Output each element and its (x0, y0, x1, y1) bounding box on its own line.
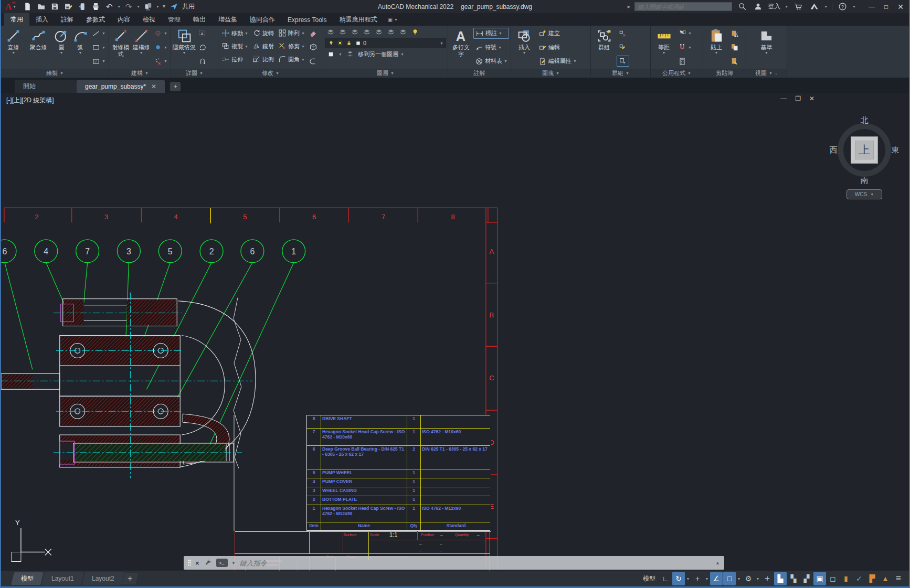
tab-featured-apps[interactable]: 精選應用程式 (333, 13, 383, 26)
crosshair-icon[interactable]: + (761, 572, 774, 585)
line-button[interactable]: 直線▼ (3, 27, 25, 68)
tab-output[interactable]: 輸出 (187, 13, 212, 26)
autoscale-icon[interactable]: ▚ (787, 572, 800, 585)
graphics-performance-icon[interactable]: ▮ (840, 572, 852, 585)
layer-on-off-icon[interactable] (409, 27, 421, 37)
tab-manage[interactable]: 管理 (162, 13, 187, 26)
edit-attributes-button[interactable]: 編輯屬性▼ (537, 56, 578, 67)
chevron-down-icon[interactable]: ▼ (685, 572, 691, 585)
tab-annotate[interactable]: 註解 (55, 13, 80, 26)
group-button[interactable]: 群組 (592, 27, 616, 68)
circle-button[interactable]: 圓▼ (52, 27, 70, 68)
ungroup-button[interactable] (617, 28, 629, 39)
mtext-button[interactable]: 多行文字 (450, 27, 472, 68)
layer-tool-icon[interactable] (349, 27, 361, 37)
redo-chevron-icon[interactable]: ▼ (136, 5, 140, 8)
help-chevron-icon[interactable]: ▼ (852, 5, 856, 8)
annotation-visibility-icon[interactable]: ▙ (774, 572, 787, 585)
panel-utilities-footer[interactable]: 公用程式▼ (651, 69, 703, 78)
tab-view[interactable]: 檢視 (136, 13, 162, 26)
new-drawing-tab-button[interactable]: + (170, 82, 181, 91)
tab-home[interactable]: 常用 (4, 13, 29, 26)
point-button[interactable]: ▼ (152, 56, 169, 67)
model-paper-toggle[interactable]: 模型 (640, 574, 659, 583)
cut-button[interactable] (729, 28, 740, 39)
polyline-button[interactable]: 聚合線 (26, 27, 51, 68)
block-create-button[interactable]: 建立 (537, 28, 578, 39)
explode-button[interactable] (308, 42, 319, 53)
group-selection-toggle[interactable] (617, 56, 629, 67)
command-input[interactable] (240, 559, 712, 567)
panel-view-footer[interactable]: 視圖▼⌄ (746, 69, 787, 78)
ray-mode-button[interactable]: 射線模式 (111, 27, 131, 68)
array-button[interactable]: 陣列▼ (277, 28, 306, 39)
move-to-layer-label[interactable]: 移到另一個圖層 (358, 50, 398, 58)
qat-customize-chevron-icon[interactable]: ▼ (162, 4, 166, 9)
command-history-up-icon[interactable]: ▲ (715, 560, 720, 565)
viewport-controls-label[interactable]: [-][上][2D 線架構] (6, 96, 54, 105)
symbol-button[interactable]: 符號▼ (473, 42, 509, 53)
viewcube[interactable]: 北 西 東 南 上 WCS▼ (829, 114, 900, 203)
erase-button[interactable] (308, 28, 319, 39)
viewcube-east[interactable]: 東 (892, 145, 900, 155)
help-icon[interactable] (837, 2, 848, 12)
offset-button[interactable] (308, 56, 319, 67)
parts-list-table[interactable]: 8 DRIVE SHAFT 1 7 Hexagon Socket Head Ca… (306, 415, 490, 531)
new-layout-button[interactable]: + (122, 573, 139, 584)
panel-draw-footer[interactable]: 繪製▼ (1, 69, 109, 78)
save-button[interactable] (49, 2, 60, 12)
autocad-logo-icon[interactable]: AM (5, 2, 12, 12)
panel-modify-footer[interactable]: 修改▼ (218, 69, 323, 78)
line-segment-button[interactable]: ▼ (90, 28, 107, 39)
redo-button[interactable]: ↷ (123, 2, 134, 12)
tab-drawing-active[interactable]: gear_pump_subassy* ✕ (77, 80, 165, 93)
fillet-button[interactable]: 圓角▼ (277, 54, 306, 65)
minimize-button[interactable]: — (869, 3, 875, 10)
copy-clip-button[interactable] (729, 42, 740, 53)
command-line[interactable]: × >_ ▼ ▲ (184, 556, 724, 570)
layer-swatch-button[interactable] (325, 49, 336, 59)
tab-express-tools[interactable]: Express Tools (281, 13, 333, 26)
hide-situation-button[interactable]: 隱藏情況▼ (173, 27, 196, 68)
open-file-button[interactable] (35, 2, 47, 12)
panel-annotate-footer[interactable]: 註解 (448, 69, 511, 78)
layer-freeze-icon[interactable] (397, 27, 409, 37)
viewcube-south[interactable]: 南 (861, 176, 869, 186)
layer-tool-icon[interactable] (373, 27, 385, 37)
doc-minimize-button[interactable]: — (780, 95, 787, 102)
viewcube-top-face[interactable]: 上 (851, 136, 878, 164)
insert-block-button[interactable]: 插入▼ (513, 27, 536, 68)
chevron-down-icon[interactable]: ▼ (755, 572, 760, 585)
new-file-button[interactable] (22, 2, 33, 12)
signin-label[interactable]: 登入 (768, 2, 780, 11)
sheet-set-button[interactable] (142, 2, 154, 12)
quick-calc-button[interactable] (676, 56, 693, 67)
viewcube-west[interactable]: 西 (830, 145, 838, 155)
tab-addins[interactable]: 增益集 (212, 13, 244, 26)
layer-tool-icon[interactable] (337, 27, 348, 37)
panel-detail-footer[interactable]: 詳圖▼ (171, 69, 218, 78)
chevron-down-icon[interactable]: ▼ (704, 572, 710, 585)
stretch-button[interactable]: 拉伸 (220, 54, 250, 65)
app-store-cart-icon[interactable] (792, 2, 804, 12)
chevron-down-icon[interactable]: ▼ (400, 52, 404, 56)
dimension-button[interactable]: 標註▼ (473, 28, 509, 39)
viewcube-north[interactable]: 北 (861, 115, 869, 125)
move-to-layer-icon[interactable] (344, 49, 356, 59)
paste-button[interactable]: 貼上▼ (705, 27, 728, 68)
ribbon-display-toggle[interactable]: ▣ ▼ (383, 13, 401, 26)
layer-dropdown[interactable]: 0 ▼ (325, 38, 446, 48)
customization-gear-icon[interactable]: ⚙ (742, 572, 755, 585)
snap-magnet-button[interactable]: ▼ (676, 42, 693, 53)
pin-icon[interactable]: ⌄ (775, 71, 778, 75)
hardware-acceleration-icon[interactable]: ✓ (853, 572, 865, 585)
doc-restore-button[interactable]: ❐ (795, 95, 801, 102)
plot-button[interactable] (90, 2, 101, 12)
model-space-viewport[interactable]: [-][上][2D 線架構] — ❐ ✕ (1, 93, 909, 571)
mirror-button[interactable]: 鏡射 (251, 41, 276, 52)
section-line-button[interactable] (197, 28, 208, 39)
scale-button[interactable]: 比例 (251, 54, 276, 65)
group-edit-button[interactable] (617, 42, 629, 53)
user-icon[interactable] (752, 2, 764, 12)
tab-collaborate[interactable]: 協同合作 (244, 13, 281, 26)
